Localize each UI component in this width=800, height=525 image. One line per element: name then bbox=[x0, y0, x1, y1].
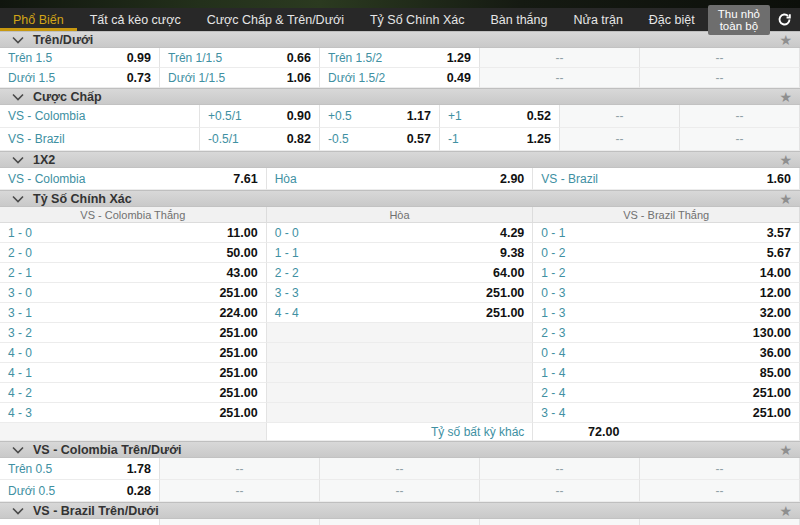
score-label: 0 - 3 bbox=[541, 286, 565, 300]
tab-tat-ca-keo-cuoc[interactable]: Tất cả kèo cược bbox=[77, 8, 194, 31]
odds-cell[interactable]: 0 - 312.00 bbox=[533, 283, 800, 303]
team-label: VS - Brazil bbox=[8, 132, 65, 146]
odds-cell[interactable]: Trên 1.50.99 bbox=[0, 48, 160, 68]
odds-cell[interactable]: 1 - 332.00 bbox=[533, 303, 800, 323]
odds-cell[interactable]: Trên 0.51.78 bbox=[0, 458, 160, 480]
odds-value: 251.00 bbox=[486, 286, 524, 300]
odds-value: 251.00 bbox=[219, 406, 257, 420]
odds-cell[interactable]: 1 - 19.38 bbox=[267, 243, 534, 263]
odds-cell[interactable]: 3 - 3251.00 bbox=[267, 283, 534, 303]
section-header-over-under[interactable]: Trên/Dưới ★ bbox=[0, 31, 800, 48]
odds-cell[interactable]: 4 - 0251.00 bbox=[0, 343, 267, 363]
score-label: 0 - 4 bbox=[541, 346, 565, 360]
odds-value: 3.57 bbox=[767, 226, 791, 240]
odds-cell[interactable]: -0.50.57 bbox=[320, 128, 440, 151]
favorite-star-icon[interactable]: ★ bbox=[779, 192, 792, 206]
odds-cell[interactable]: 0 - 436.00 bbox=[533, 343, 800, 363]
score-label: 2 - 1 bbox=[8, 266, 32, 280]
odds-cell[interactable]: Dưới 1/1.51.06 bbox=[160, 68, 320, 88]
odds-cell-empty bbox=[160, 519, 320, 525]
odds-cell[interactable]: 0 - 13.57 bbox=[533, 223, 800, 243]
odds-cell[interactable]: Trên 1.5/21.29 bbox=[320, 48, 480, 68]
section-header-brazil-over-under[interactable]: VS - Brazil Trên/Dưới ★ bbox=[0, 502, 800, 519]
section-header-colombia-over-under[interactable]: VS - Colombia Trên/Dưới ★ bbox=[0, 441, 800, 458]
tab-nua-tran[interactable]: Nửa trận bbox=[560, 8, 635, 31]
odds-cell[interactable]: VS - Brazil1.60 bbox=[533, 168, 800, 190]
odds-cell[interactable]: 0 - 04.29 bbox=[267, 223, 534, 243]
score-label: 1 - 0 bbox=[8, 226, 32, 240]
odds-cell[interactable]: 0 - 25.67 bbox=[533, 243, 800, 263]
odds-cell-empty: -- bbox=[160, 458, 320, 480]
odds-cell[interactable]: 4 - 2251.00 bbox=[0, 383, 267, 403]
score-label: 0 - 2 bbox=[541, 246, 565, 260]
chevron-down-icon bbox=[12, 156, 24, 164]
section-header-handicap[interactable]: Cược Chấp ★ bbox=[0, 88, 800, 105]
correct-score-column-headers: VS - Colombia Thắng Hòa VS - Brazil Thắn… bbox=[0, 207, 800, 223]
odds-cell-empty: -- bbox=[480, 480, 640, 502]
chevron-down-icon bbox=[12, 36, 24, 44]
odds-cell[interactable]: 3 - 1224.00 bbox=[0, 303, 267, 323]
odds-cell-empty: -- bbox=[160, 480, 320, 502]
odds-cell[interactable]: 3 - 4251.00 bbox=[533, 403, 800, 423]
score-label: 4 - 0 bbox=[8, 346, 32, 360]
odds-cell-empty bbox=[640, 519, 800, 525]
favorite-star-icon[interactable]: ★ bbox=[779, 504, 792, 518]
odds-cell[interactable]: Dưới 0.50.28 bbox=[0, 480, 160, 502]
tab-ty-so-chinh-xac[interactable]: Tỷ Số Chính Xác bbox=[357, 8, 478, 31]
odds-cell[interactable]: 72.00 bbox=[533, 423, 800, 441]
section-header-1x2[interactable]: 1X2 ★ bbox=[0, 151, 800, 168]
colombia-over-under-table: Trên 0.51.78 -- -- -- -- Dưới 0.50.28 --… bbox=[0, 458, 800, 502]
odds-cell[interactable]: Hòa2.90 bbox=[267, 168, 534, 190]
favorite-star-icon[interactable]: ★ bbox=[779, 90, 792, 104]
selection-label: Dưới 1/1.5 bbox=[168, 71, 225, 85]
odds-cell[interactable]: 2 - 050.00 bbox=[0, 243, 267, 263]
favorite-star-icon[interactable]: ★ bbox=[779, 33, 792, 47]
odds-cell[interactable]: Dưới 1.5/20.49 bbox=[320, 68, 480, 88]
odds-cell[interactable]: 2 - 3130.00 bbox=[533, 323, 800, 343]
refresh-icon[interactable] bbox=[777, 12, 792, 27]
odds-value: 0.52 bbox=[527, 109, 551, 123]
tab-cuoc-chap-tren-duoi[interactable]: Cược Chấp & Trên/Dưới bbox=[194, 8, 357, 31]
odds-cell[interactable]: 1 - 011.00 bbox=[0, 223, 267, 243]
section-title: 1X2 bbox=[33, 153, 55, 167]
score-label: 4 - 4 bbox=[275, 306, 299, 320]
tab-ban-thang[interactable]: Bàn thắng bbox=[477, 8, 560, 31]
section-header-correct-score[interactable]: Tỷ Số Chính Xác ★ bbox=[0, 190, 800, 207]
odds-value: 251.00 bbox=[219, 286, 257, 300]
tab-dac-biet[interactable]: Đặc biệt bbox=[636, 8, 708, 31]
favorite-star-icon[interactable]: ★ bbox=[779, 443, 792, 457]
odds-cell-empty bbox=[0, 423, 267, 441]
odds-cell[interactable]: VS - Colombia7.61 bbox=[0, 168, 267, 190]
odds-cell[interactable]: -0.5/10.82 bbox=[200, 128, 320, 151]
odds-value: 1.29 bbox=[447, 51, 471, 65]
odds-value: 0.49 bbox=[447, 71, 471, 85]
handicap-label: -1 bbox=[448, 132, 459, 146]
odds-cell[interactable]: +0.5/10.90 bbox=[200, 105, 320, 128]
score-label: 1 - 4 bbox=[541, 366, 565, 380]
odds-cell[interactable]: 3 - 2251.00 bbox=[0, 323, 267, 343]
odds-value: 1.17 bbox=[407, 109, 431, 123]
odds-cell-empty: -- bbox=[560, 128, 680, 151]
score-label: 1 - 3 bbox=[541, 306, 565, 320]
score-label: 2 - 2 bbox=[275, 266, 299, 280]
odds-cell[interactable]: +10.52 bbox=[440, 105, 560, 128]
tab-pho-bien[interactable]: Phổ Biến bbox=[0, 8, 77, 31]
collapse-all-button[interactable]: Thu nhỏ toàn bộ bbox=[708, 5, 770, 35]
odds-cell[interactable]: 4 - 3251.00 bbox=[0, 403, 267, 423]
odds-cell[interactable]: 4 - 4251.00 bbox=[267, 303, 534, 323]
odds-value: 251.00 bbox=[753, 406, 791, 420]
favorite-star-icon[interactable]: ★ bbox=[779, 153, 792, 167]
odds-cell[interactable]: +0.51.17 bbox=[320, 105, 440, 128]
1x2-table: VS - Colombia7.61 Hòa2.90 VS - Brazil1.6… bbox=[0, 168, 800, 190]
odds-cell[interactable]: 4 - 1251.00 bbox=[0, 363, 267, 383]
odds-cell[interactable]: -11.25 bbox=[440, 128, 560, 151]
odds-cell[interactable]: 2 - 143.00 bbox=[0, 263, 267, 283]
odds-cell[interactable]: 2 - 4251.00 bbox=[533, 383, 800, 403]
odds-cell[interactable]: Dưới 1.50.73 bbox=[0, 68, 160, 88]
odds-cell[interactable]: 1 - 485.00 bbox=[533, 363, 800, 383]
odds-cell[interactable]: 3 - 0251.00 bbox=[0, 283, 267, 303]
chevron-down-icon bbox=[12, 507, 24, 515]
odds-cell[interactable]: Trên 1/1.50.66 bbox=[160, 48, 320, 68]
odds-cell[interactable]: 2 - 264.00 bbox=[267, 263, 534, 283]
odds-cell[interactable]: 1 - 214.00 bbox=[533, 263, 800, 283]
